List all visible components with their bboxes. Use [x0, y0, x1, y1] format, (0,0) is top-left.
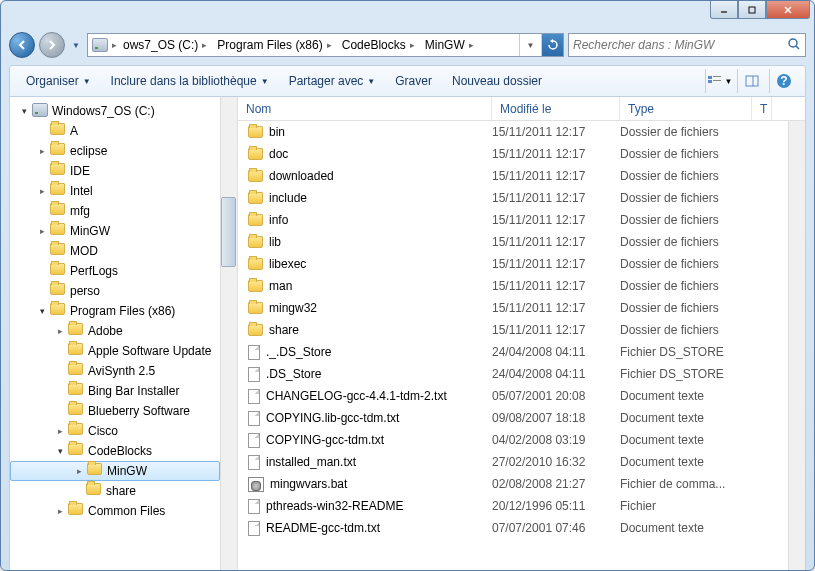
tree-item[interactable]: ▸eclipse	[10, 141, 220, 161]
expander-icon[interactable]	[36, 285, 48, 297]
tree-scroll-thumb[interactable]	[221, 197, 236, 267]
expander-icon[interactable]: ▾	[36, 305, 48, 317]
file-row[interactable]: doc15/11/2011 12:17Dossier de fichiers	[238, 143, 805, 165]
tree-item[interactable]: Blueberry Software	[10, 401, 220, 421]
expander-icon[interactable]	[36, 165, 48, 177]
expander-icon[interactable]: ▾	[54, 445, 66, 457]
tree-item[interactable]: perso	[10, 281, 220, 301]
tree-item[interactable]: ▾Windows7_OS (C:)	[10, 101, 220, 121]
tree-item[interactable]: ▾CodeBlocks	[10, 441, 220, 461]
breadcrumb-segment[interactable]: ows7_OS (C:)▸	[117, 34, 211, 56]
expander-icon[interactable]	[36, 245, 48, 257]
breadcrumb[interactable]: ▸ ows7_OS (C:)▸Program Files (x86)▸CodeB…	[87, 33, 564, 57]
search-input[interactable]	[573, 38, 787, 52]
file-row[interactable]: include15/11/2011 12:17Dossier de fichie…	[238, 187, 805, 209]
search-icon[interactable]	[787, 37, 801, 54]
tree-item[interactable]: ▸Cisco	[10, 421, 220, 441]
breadcrumb-segment[interactable]: Program Files (x86)▸	[211, 34, 335, 56]
help-button[interactable]: ?	[769, 69, 797, 93]
tree-item[interactable]: ▸Intel	[10, 181, 220, 201]
search-box[interactable]	[568, 33, 806, 57]
tree-item[interactable]: ▸Adobe	[10, 321, 220, 341]
file-row[interactable]: info15/11/2011 12:17Dossier de fichiers	[238, 209, 805, 231]
chevron-right-icon[interactable]: ▸	[469, 40, 474, 50]
expander-icon[interactable]: ▸	[73, 465, 85, 477]
minimize-button[interactable]	[710, 1, 738, 19]
column-size[interactable]: T	[752, 97, 772, 120]
tree-item[interactable]: ▸Common Files	[10, 501, 220, 521]
chevron-right-icon[interactable]: ▸	[327, 40, 332, 50]
expander-icon[interactable]	[72, 485, 84, 497]
organize-menu[interactable]: Organiser▼	[18, 70, 99, 92]
chevron-right-icon[interactable]: ▸	[202, 40, 207, 50]
list-vscrollbar[interactable]	[788, 121, 805, 570]
tree-item[interactable]: mfg	[10, 201, 220, 221]
tree-item[interactable]: ▸MinGW	[10, 461, 220, 481]
tree-item[interactable]: IDE	[10, 161, 220, 181]
column-type[interactable]: Type	[620, 97, 752, 120]
file-row[interactable]: CHANGELOG-gcc-4.4.1-tdm-2.txt05/07/2001 …	[238, 385, 805, 407]
breadcrumb-dropdown[interactable]: ▼	[519, 34, 541, 56]
file-row[interactable]: ._.DS_Store24/04/2008 04:11Fichier DS_ST…	[238, 341, 805, 363]
expander-icon[interactable]: ▸	[36, 225, 48, 237]
file-row[interactable]: COPYING-gcc-tdm.txt04/02/2008 03:19Docum…	[238, 429, 805, 451]
file-row[interactable]: lib15/11/2011 12:17Dossier de fichiers	[238, 231, 805, 253]
burn-button[interactable]: Graver	[387, 70, 440, 92]
chevron-right-icon[interactable]: ▸	[410, 40, 415, 50]
expander-icon[interactable]: ▸	[36, 185, 48, 197]
breadcrumb-segment[interactable]: CodeBlocks▸	[336, 34, 419, 56]
file-row[interactable]: man15/11/2011 12:17Dossier de fichiers	[238, 275, 805, 297]
tree-item[interactable]: Bing Bar Installer	[10, 381, 220, 401]
file-row[interactable]: libexec15/11/2011 12:17Dossier de fichie…	[238, 253, 805, 275]
file-row[interactable]: pthreads-win32-README20/12/1996 05:11Fic…	[238, 495, 805, 517]
file-row[interactable]: downloaded15/11/2011 12:17Dossier de fic…	[238, 165, 805, 187]
close-button[interactable]	[766, 1, 810, 19]
breadcrumb-segment[interactable]: MinGW▸	[419, 34, 478, 56]
folder-tree[interactable]: ▾Windows7_OS (C:)A▸eclipseIDE▸Intelmfg▸M…	[10, 97, 238, 571]
column-date[interactable]: Modifié le	[492, 97, 620, 120]
view-options-button[interactable]: ▼	[705, 69, 733, 93]
expander-icon[interactable]	[54, 405, 66, 417]
expander-icon[interactable]	[36, 205, 48, 217]
tree-item[interactable]: A	[10, 121, 220, 141]
titlebar[interactable]	[1, 1, 814, 29]
expander-icon[interactable]: ▸	[36, 145, 48, 157]
tree-item[interactable]: share	[10, 481, 220, 501]
tree-item[interactable]: ▸MinGW	[10, 221, 220, 241]
expander-icon[interactable]	[54, 345, 66, 357]
file-row[interactable]: .DS_Store24/04/2008 04:11Fichier DS_STOR…	[238, 363, 805, 385]
expander-icon[interactable]: ▸	[54, 325, 66, 337]
column-name[interactable]: Nom	[238, 97, 492, 120]
expander-icon[interactable]	[36, 125, 48, 137]
expander-icon[interactable]	[36, 265, 48, 277]
share-menu[interactable]: Partager avec▼	[281, 70, 384, 92]
history-dropdown[interactable]: ▼	[69, 35, 83, 55]
folder-icon	[248, 280, 263, 292]
tree-scrollbar[interactable]	[220, 97, 237, 571]
file-row[interactable]: mingwvars.bat02/08/2008 21:27Fichier de …	[238, 473, 805, 495]
expander-icon[interactable]: ▸	[54, 505, 66, 517]
tree-item[interactable]: AviSynth 2.5	[10, 361, 220, 381]
file-row[interactable]: COPYING.lib-gcc-tdm.txt09/08/2007 18:18D…	[238, 407, 805, 429]
preview-pane-button[interactable]	[737, 69, 765, 93]
expander-icon[interactable]: ▸	[54, 425, 66, 437]
tree-item[interactable]: ▾Program Files (x86)	[10, 301, 220, 321]
explorer-window: ▼ ▸ ows7_OS (C:)▸Program Files (x86)▸Cod…	[0, 0, 815, 571]
tree-item[interactable]: Apple Software Update	[10, 341, 220, 361]
file-row[interactable]: installed_man.txt27/02/2010 16:32Documen…	[238, 451, 805, 473]
file-row[interactable]: README-gcc-tdm.txt07/07/2001 07:46Docume…	[238, 517, 805, 539]
file-row[interactable]: share15/11/2011 12:17Dossier de fichiers	[238, 319, 805, 341]
refresh-button[interactable]	[541, 34, 563, 56]
new-folder-button[interactable]: Nouveau dossier	[444, 70, 550, 92]
expander-icon[interactable]: ▾	[18, 105, 30, 117]
file-row[interactable]: mingw3215/11/2011 12:17Dossier de fichie…	[238, 297, 805, 319]
back-button[interactable]	[9, 32, 35, 58]
expander-icon[interactable]	[54, 385, 66, 397]
tree-item[interactable]: PerfLogs	[10, 261, 220, 281]
file-row[interactable]: bin15/11/2011 12:17Dossier de fichiers	[238, 121, 805, 143]
include-library-menu[interactable]: Inclure dans la bibliothèque▼	[103, 70, 277, 92]
maximize-button[interactable]	[738, 1, 766, 19]
expander-icon[interactable]	[54, 365, 66, 377]
tree-item[interactable]: MOD	[10, 241, 220, 261]
forward-button[interactable]	[39, 32, 65, 58]
